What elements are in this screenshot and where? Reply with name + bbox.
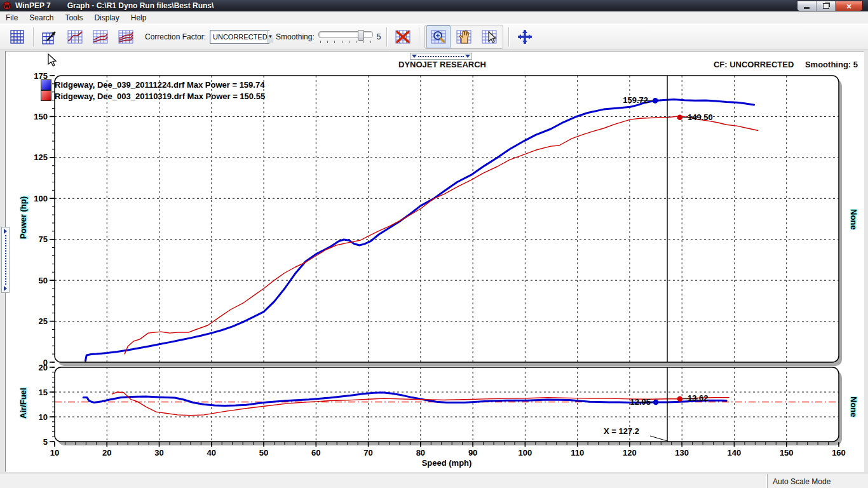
delete-graph-button[interactable]	[391, 25, 415, 48]
smoothing-status: Smoothing: 5	[805, 60, 858, 69]
cursor-value-af-red: 13.62	[688, 393, 709, 403]
correction-factor-dropdown[interactable]: UNCORRECTED ▼	[210, 30, 269, 44]
legend-item: Ridgeway, Dee_003_20110319.drf Max Power…	[41, 90, 265, 102]
slider-thumb[interactable]	[358, 30, 364, 41]
delete-graph-icon	[393, 27, 412, 46]
legend-item: Ridgeway, Dee_039_20111224.drf Max Power…	[41, 79, 265, 90]
app-title: WinPEP 7	[15, 1, 51, 10]
chart-legend: Ridgeway, Dee_039_20111224.drf Max Power…	[41, 79, 265, 102]
app-logo-icon	[3, 1, 11, 10]
graph-multi-icon	[117, 28, 135, 46]
data-grid-icon	[8, 28, 26, 46]
graph-multi-button[interactable]	[114, 25, 138, 48]
graph-overlay-icon	[92, 28, 109, 46]
status-mode-panel: Auto Scale Mode	[767, 474, 868, 488]
y-axis-title-power: Power (hp)	[18, 159, 28, 276]
graph-curve-icon	[66, 28, 84, 46]
correction-factor-label: Correction Factor:	[145, 32, 206, 41]
graph-overlay-button[interactable]	[88, 25, 112, 48]
legend-swatch-blue	[41, 79, 51, 90]
hand-icon	[455, 28, 473, 46]
smoothing-value: 5	[377, 32, 381, 41]
restore-icon	[823, 3, 829, 9]
restore-button[interactable]	[817, 1, 836, 11]
title-bar: WinPEP 7 Graph - C:\R1 Dyno Run files\Be…	[0, 0, 868, 11]
app-window: WinPEP 7 Graph - C:\R1 Dyno Run files\Be…	[0, 0, 868, 488]
select-cursor-button[interactable]	[477, 25, 501, 48]
y-axis-title-airfuel: Air/Fuel	[18, 345, 28, 462]
cursor-value-af-blue: 12.95	[620, 397, 651, 407]
document-title: Graph - C:\R1 Dyno Run files\Best Runs\	[67, 1, 214, 10]
graph-curve-button[interactable]	[63, 25, 87, 48]
close-icon: ✕	[846, 3, 851, 10]
cf-status: CF: UNCORRECTED	[714, 60, 794, 69]
menu-bar: File Search Tools Display Help	[0, 11, 868, 24]
smoothing-slider[interactable]	[318, 30, 373, 44]
menu-display[interactable]: Display	[88, 13, 125, 23]
graph-new-button[interactable]	[37, 25, 62, 48]
legend-label: Ridgeway, Dee_039_20111224.drf Max Power…	[55, 80, 264, 90]
correction-factor-value: UNCORRECTED	[210, 33, 268, 41]
right-axis-title-airfuel: None	[849, 381, 858, 432]
menu-tools[interactable]: Tools	[59, 13, 88, 23]
pan-hand-button[interactable]	[452, 25, 476, 48]
cursor-icon	[480, 28, 498, 46]
close-button[interactable]: ✕	[836, 1, 862, 11]
x-axis-title: Speed (mph)	[55, 458, 839, 468]
mouse-pointer-icon	[47, 53, 57, 67]
vertical-splitter[interactable]	[1, 227, 10, 293]
dropdown-arrow-icon[interactable]: ▼	[268, 31, 273, 43]
splitter-arrow-icon	[412, 55, 417, 58]
splitter-arrow-icon	[465, 55, 470, 58]
chart-header-info: CF: UNCORRECTED Smoothing: 5	[705, 60, 858, 69]
smoothing-label: Smoothing:	[276, 32, 315, 41]
cursor-x-label: X = 127.2	[604, 426, 639, 436]
chart-panel[interactable]	[5, 51, 864, 472]
horizontal-splitter[interactable]	[410, 53, 472, 60]
cursor-value-power-blue: 159.72	[618, 95, 648, 105]
slider-ticks	[320, 41, 371, 43]
toolbar: Correction Factor: UNCORRECTED ▼ Smoothi…	[0, 24, 868, 50]
menu-search[interactable]: Search	[24, 13, 59, 23]
splitter-dots	[5, 235, 6, 285]
legend-label: Ridgeway, Dee_003_20110319.drf Max Power…	[55, 92, 265, 101]
splitter-arrow-icon	[4, 229, 7, 234]
menu-help[interactable]: Help	[125, 13, 153, 23]
cursor-value-power-red: 149.50	[688, 112, 713, 122]
minimize-button[interactable]	[797, 1, 817, 11]
minimize-icon	[804, 7, 810, 9]
splitter-dots	[418, 56, 464, 57]
right-axis-title-power: None	[849, 194, 858, 245]
data-grid-button[interactable]	[5, 25, 29, 48]
zoom-graph-button[interactable]	[426, 25, 451, 48]
status-bar: Auto Scale Mode	[0, 473, 868, 488]
pointer-mode-group	[424, 25, 503, 49]
move-axes-icon	[515, 27, 534, 46]
legend-swatch-red	[41, 90, 51, 101]
status-main-panel	[0, 474, 767, 488]
menu-file[interactable]: File	[0, 13, 24, 23]
splitter-arrow-icon	[4, 286, 7, 291]
move-axes-button[interactable]	[513, 25, 537, 48]
zoom-icon	[430, 28, 447, 46]
graph-new-icon	[41, 28, 58, 46]
slider-track[interactable]	[318, 31, 373, 38]
window-controls: ✕	[797, 1, 863, 11]
